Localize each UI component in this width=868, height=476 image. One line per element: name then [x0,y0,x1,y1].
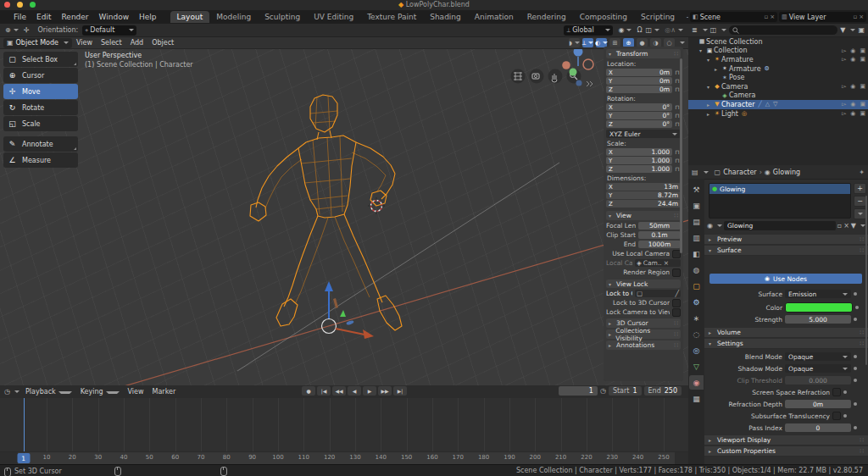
caret-icon[interactable]: ▾ [707,84,713,90]
hide-eye-icon[interactable]: ◉ [850,110,855,117]
menu-edit[interactable]: Edit [31,11,56,23]
checkbox[interactable] [832,388,841,396]
animate-dot[interactable] [854,292,857,296]
properties-tab-scene[interactable]: ◧ [689,246,704,261]
outliner-row-pose[interactable]: ✶Pose [688,73,868,82]
properties-tab-physics[interactable]: ◌ [689,327,704,341]
menu-window[interactable]: Window [94,11,135,23]
value-field-y[interactable]: Y0m [606,77,672,85]
caret-icon[interactable]: ▾ [707,57,713,63]
value-field[interactable]: 1000m [638,241,681,248]
tab-scripting[interactable]: Scripting [634,11,682,23]
hide-eye-icon[interactable]: ◉ [850,47,855,54]
outliner-row-light[interactable]: ▸☀Light◎▻◉▣ [688,109,868,119]
field-clip-threshold[interactable]: 0.000 [785,376,851,385]
viewport-canvas[interactable] [0,37,688,385]
timeline-ruler[interactable]: 1 10203040506070809010011012013014015016… [0,451,688,465]
remove-slot-button[interactable]: − [854,196,866,207]
selectable-icon[interactable]: ▻ [842,47,846,54]
properties-tab-texture[interactable]: ▦ [689,391,704,406]
timeline-menu-playback[interactable]: Playback [21,388,76,396]
animate-dot[interactable] [855,306,859,309]
viewport-display-panel-header[interactable]: ▸Viewport Display∷ [704,435,868,446]
tool-annotate[interactable]: ✎Annotate [3,136,78,152]
playhead-line[interactable] [24,398,25,451]
properties-tab-world[interactable]: ◍ [689,263,704,277]
outliner-row-scene-collection[interactable]: ▦Scene Collection [688,37,868,47]
falloff-curve-icon[interactable]: ∧ [670,26,676,34]
panel-collections-visibility[interactable]: ▸Collections Visibility∷ [606,329,681,339]
delete-scene-button[interactable]: × [770,14,775,20]
animate-dot[interactable] [854,379,857,382]
tab-layout[interactable]: Layout [170,11,210,23]
pivot-point-icon[interactable]: ◉ [618,26,624,34]
tool-select-box[interactable]: ▢Select Box [3,52,78,67]
properties-scrollbar[interactable] [865,196,867,365]
breadcrumb-data[interactable]: Glowing [773,169,800,176]
timeline-menu-view[interactable]: View [124,388,148,396]
outliner-display-mode-icon[interactable]: ◫ [710,26,717,34]
animate-dot[interactable] [854,402,857,406]
active-tool-icon[interactable]: ⊕ [5,26,11,34]
value-field-x[interactable]: X1.000 [606,148,672,156]
current-frame-field[interactable]: 1 [559,386,598,396]
breadcrumb-object[interactable]: Character [723,169,757,176]
tab-animation[interactable]: Animation [468,11,520,23]
animate-dot[interactable] [854,426,857,429]
material-slot-list[interactable]: ● Glowing [709,183,851,219]
filter-funnel-icon[interactable]: ▼ [840,26,845,34]
proportional-editing-icon[interactable]: ◎ [665,26,670,34]
caret-icon[interactable]: ▸ [715,66,721,72]
menu-render[interactable]: Render [57,11,94,23]
jump-start-button[interactable]: |◀ [317,386,331,396]
properties-tab-constraints[interactable]: ◎ [689,343,704,357]
dropdown-shadow-mode[interactable]: Opaque [785,364,851,373]
surface-panel-header[interactable]: ▾Surface∷ [704,246,868,256]
tool-move[interactable]: ✢Move [3,84,78,99]
rotation-mode-dropdown[interactable]: XYZ Euler [606,130,681,138]
value-field-x[interactable]: X0m [606,69,672,76]
animate-dot[interactable] [843,414,847,418]
gizmos-toggle[interactable]: ⟂ [582,38,593,47]
animate-dot[interactable] [854,367,857,370]
checkbox[interactable] [832,412,841,420]
camera-view-button[interactable] [530,69,544,84]
viewport-menu-select[interactable]: Select [97,39,126,47]
render-visibility-icon[interactable]: ▣ [860,101,865,108]
preview-panel-header[interactable]: ▸Preview∷ [704,235,868,245]
new-scene-button[interactable]: ▫ [764,14,768,20]
selectable-icon[interactable]: ▻ [842,101,846,108]
tab-texture-paint[interactable]: Texture Paint [360,11,423,23]
minimize-window-button[interactable] [17,2,23,8]
properties-tab-tool[interactable]: ⚒ [689,182,704,196]
properties-tab-output[interactable]: ▤ [689,214,704,229]
n-panel-scrollbar[interactable] [680,58,682,253]
hide-eye-icon[interactable]: ◉ [850,56,855,63]
tab-compositing[interactable]: Compositing [573,11,634,23]
animate-dot[interactable] [854,318,857,321]
properties-editor-type-icon[interactable]: ▤ [692,169,698,176]
outliner-options-icon[interactable]: ▣ [858,26,865,34]
render-visibility-icon[interactable]: ▣ [860,47,865,54]
settings-panel-header[interactable]: ▾Settings∷ [704,339,868,349]
next-keyframe-button[interactable]: ▶▶ [378,386,392,396]
render-visibility-icon[interactable]: ▣ [860,110,865,117]
perspective-toggle-button[interactable] [511,69,526,84]
tool-cursor[interactable]: ⊕Cursor [3,68,78,83]
material-filter-icon[interactable]: ▼ [851,222,856,230]
menu-help[interactable]: Help [134,11,162,23]
timeline-editor-type-icon[interactable]: ◷ [4,388,10,396]
view-lock-subpanel-header[interactable]: ▾View Lock [606,280,681,288]
strength-field[interactable]: 5.000 [785,315,851,324]
add-slot-button[interactable]: + [854,183,866,194]
unlink-material-button[interactable]: × [843,222,849,230]
material-slot-row[interactable]: ● Glowing [709,184,850,194]
transform-space-dropdown[interactable]: ⟂ Global [564,25,613,36]
snap-target-icon[interactable]: ◫ [646,26,653,34]
properties-tab-modifiers[interactable]: ⚙ [689,295,704,309]
timeline-menu-marker[interactable]: Marker [148,388,181,396]
mode-dropdown[interactable]: ▣ Object Mode [3,38,72,48]
character-wireframe[interactable] [250,95,402,330]
value-field-y[interactable]: Y8.72m [606,191,681,199]
properties-tab-render[interactable]: ▣ [689,198,704,213]
